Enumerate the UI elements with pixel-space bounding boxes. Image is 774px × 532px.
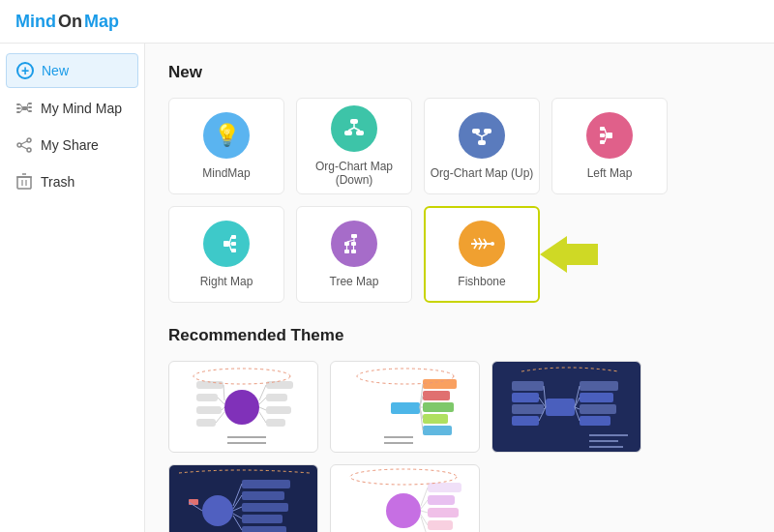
mindmap-card-label: MindMap (202, 166, 250, 180)
svg-line-55 (347, 240, 355, 242)
svg-line-80 (223, 385, 224, 400)
svg-point-15 (17, 143, 21, 147)
sidebar: + New (0, 44, 145, 532)
svg-rect-107 (512, 393, 539, 402)
new-cards-grid: 💡 MindMap Org (168, 98, 751, 303)
svg-rect-53 (351, 250, 356, 253)
right-map-card-label: Right Map (200, 275, 253, 288)
tree-map-icon (331, 221, 377, 267)
svg-rect-18 (17, 177, 31, 189)
svg-rect-31 (484, 129, 491, 133)
svg-rect-88 (423, 379, 457, 389)
svg-rect-24 (344, 131, 352, 135)
org-chart-down-icon (331, 105, 377, 152)
recommended-section: Recommended Theme (168, 326, 751, 532)
svg-line-41 (605, 135, 607, 142)
mindmap-card[interactable]: 💡 MindMap (168, 98, 284, 194)
svg-rect-87 (391, 402, 420, 414)
svg-line-6 (20, 109, 22, 112)
right-map-icon (203, 221, 250, 267)
svg-rect-106 (512, 381, 544, 391)
svg-line-81 (218, 398, 224, 404)
org-chart-down-card-label: Org-Chart Map (Down) (297, 160, 411, 187)
mindmap-card-icon: 💡 (203, 112, 250, 159)
svg-line-12 (27, 108, 28, 111)
svg-rect-35 (607, 133, 612, 138)
svg-rect-25 (356, 131, 364, 135)
svg-rect-9 (28, 110, 32, 112)
svg-rect-122 (242, 480, 290, 488)
arrow-indicator (540, 236, 598, 273)
fishbone-card[interactable]: Fishbone (424, 206, 540, 303)
plus-icon: + (16, 62, 34, 79)
svg-line-82 (222, 407, 224, 410)
org-chart-up-icon (459, 112, 505, 159)
left-map-icon (586, 112, 633, 159)
svg-rect-132 (189, 499, 198, 505)
sidebar-item-new[interactable]: + New (6, 53, 138, 88)
svg-rect-30 (472, 129, 480, 133)
main-layout: + New (0, 44, 774, 532)
theme-card-5[interactable] (330, 464, 480, 532)
org-chart-up-card-label: Org-Chart Map (Up) (431, 166, 534, 180)
svg-rect-52 (344, 250, 349, 253)
svg-rect-104 (580, 404, 616, 414)
svg-line-10 (27, 103, 28, 107)
svg-line-33 (476, 133, 482, 136)
svg-rect-102 (580, 381, 618, 391)
svg-point-121 (202, 495, 233, 526)
svg-line-46 (229, 237, 231, 244)
svg-rect-109 (512, 416, 539, 426)
fishbone-card-label: Fishbone (458, 275, 505, 288)
sidebar-item-trash[interactable]: Trash (0, 163, 144, 200)
svg-line-27 (348, 128, 354, 131)
svg-rect-125 (242, 515, 283, 523)
mindmap-icon (15, 100, 33, 117)
svg-rect-42 (223, 241, 229, 247)
svg-rect-70 (266, 406, 291, 414)
tree-map-card-label: Tree Map (330, 275, 379, 288)
svg-line-4 (20, 104, 22, 107)
svg-rect-44 (231, 242, 236, 246)
left-map-card[interactable]: Left Map (551, 98, 668, 194)
svg-line-17 (21, 146, 27, 149)
svg-rect-37 (600, 133, 605, 137)
svg-rect-123 (242, 491, 284, 500)
svg-rect-73 (196, 394, 218, 401)
svg-rect-90 (423, 402, 454, 412)
svg-rect-139 (428, 508, 459, 517)
theme-card-2[interactable] (330, 361, 480, 453)
svg-rect-1 (16, 107, 20, 109)
theme-card-3[interactable] (491, 361, 641, 453)
svg-rect-51 (351, 242, 356, 246)
sidebar-item-my-mind-map[interactable]: My Mind Map (0, 90, 144, 127)
sidebar-item-trash-label: Trash (41, 174, 74, 190)
header: MindOnMap (0, 0, 774, 44)
right-map-card[interactable]: Right Map (168, 206, 284, 303)
org-chart-down-card[interactable]: Org-Chart Map (Down) (296, 98, 412, 194)
svg-rect-108 (512, 404, 544, 414)
org-chart-up-card[interactable]: Org-Chart Map (Up) (424, 98, 540, 194)
svg-rect-45 (231, 249, 236, 252)
share-icon (15, 136, 33, 154)
svg-rect-137 (428, 483, 461, 492)
svg-line-34 (482, 133, 488, 136)
svg-rect-140 (428, 520, 453, 530)
tree-map-card[interactable]: Tree Map (296, 206, 412, 303)
svg-rect-124 (242, 503, 288, 512)
logo-mind: Mind (15, 12, 56, 32)
svg-rect-74 (196, 406, 222, 414)
svg-rect-23 (350, 119, 358, 124)
new-section: New 💡 MindMap (168, 63, 751, 303)
svg-rect-101 (546, 399, 575, 416)
svg-rect-71 (266, 419, 285, 427)
theme-card-1[interactable] (168, 361, 318, 453)
sidebar-item-my-share-label: My Share (41, 137, 99, 153)
svg-rect-50 (344, 242, 349, 246)
svg-rect-8 (28, 106, 32, 108)
svg-rect-138 (428, 495, 455, 505)
content-area: New 💡 MindMap (145, 44, 774, 532)
theme-card-4[interactable] (168, 464, 318, 532)
sidebar-item-my-share[interactable]: My Share (0, 127, 144, 163)
svg-point-147 (350, 469, 457, 485)
